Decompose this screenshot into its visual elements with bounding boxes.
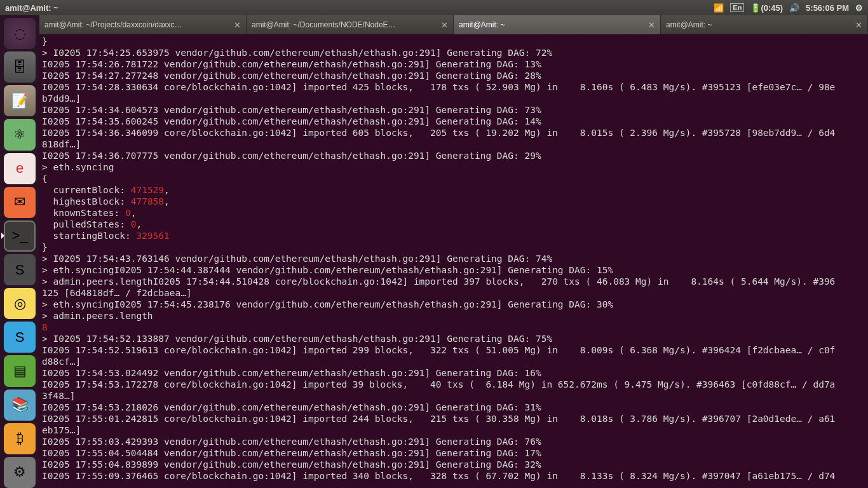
launcher-dash[interactable]: ◌ bbox=[4, 18, 36, 49]
launcher-gear[interactable]: ⚙ bbox=[4, 457, 36, 488]
close-icon[interactable]: ✕ bbox=[441, 20, 448, 30]
terminal-line: > admin.peers.length bbox=[42, 310, 865, 322]
terminal-line: I0205 17:54:36.707775 vendor/github.com/… bbox=[42, 150, 865, 161]
terminal-line: > I0205 17:54:25.653975 vendor/github.co… bbox=[42, 47, 865, 58]
launcher: ◌🗄📝⚛e✉>_S◎S▤📚₿⚙ bbox=[0, 15, 39, 488]
terminal-line: > I0205 17:54:43.763146 vendor/github.co… bbox=[42, 253, 865, 264]
terminal-line: I0205 17:54:53.024492 vendor/github.com/… bbox=[42, 367, 865, 379]
terminal-line: I0205 17:55:01.242815 core/blockchain.go… bbox=[42, 413, 865, 424]
battery-indicator[interactable]: 🔋 (0:45) bbox=[750, 3, 783, 13]
menu-bar: amit@Amit: ~ 📶 En 🔋 (0:45) 🔊 5:56:06 PM … bbox=[0, 0, 868, 15]
terminal-line: > eth.syncing bbox=[42, 161, 865, 173]
terminal-line: I0205 17:55:04.504484 vendor/github.com/… bbox=[42, 447, 865, 459]
gear-icon[interactable]: ⚙ bbox=[855, 3, 863, 13]
terminal-tab-0[interactable]: amit@Amit: ~/Projects/daxxcoin/daxxc…✕ bbox=[39, 15, 247, 34]
terminal-window: amit@Amit: ~/Projects/daxxcoin/daxxc…✕am… bbox=[39, 15, 868, 488]
launcher-bitcoin[interactable]: ₿ bbox=[4, 423, 36, 454]
close-icon[interactable]: ✕ bbox=[648, 20, 655, 30]
terminal-line: > admin.peers.lengthI0205 17:54:44.51042… bbox=[42, 276, 865, 287]
terminal-line: d88cf…] bbox=[42, 356, 865, 367]
wifi-icon[interactable]: 📶 bbox=[714, 3, 724, 13]
terminal-line: I0205 17:54:28.330634 core/blockchain.go… bbox=[42, 81, 865, 93]
terminal-tab-1[interactable]: amit@Amit: ~/Documents/NODE/NodeE…✕ bbox=[247, 15, 454, 34]
tab-bar: amit@Amit: ~/Projects/daxxcoin/daxxc…✕am… bbox=[39, 15, 868, 34]
terminal-line: startingBlock: 329561 bbox=[42, 230, 865, 241]
terminal-line: I0205 17:54:35.600245 vendor/github.com/… bbox=[42, 116, 865, 127]
terminal-tab-2[interactable]: amit@Amit: ~✕ bbox=[454, 15, 661, 34]
terminal-line: I0205 17:54:52.519613 core/blockchain.go… bbox=[42, 344, 865, 356]
terminal-line: } bbox=[42, 241, 865, 253]
terminal-line: 818df…] bbox=[42, 139, 865, 150]
tab-label: amit@Amit: ~/Projects/daxxcoin/daxxc… bbox=[44, 20, 230, 29]
close-icon[interactable]: ✕ bbox=[855, 20, 862, 30]
running-indicator-icon bbox=[1, 233, 4, 239]
terminal-line: eb175…] bbox=[42, 424, 865, 436]
terminal-line: I0205 17:54:26.781722 vendor/github.com/… bbox=[42, 58, 865, 70]
terminal-line: highestBlock: 477858, bbox=[42, 196, 865, 207]
battery-icon: 🔋 bbox=[750, 3, 761, 13]
terminal-line: > eth.syncingI0205 17:54:44.387444 vendo… bbox=[42, 264, 865, 276]
launcher-gedit[interactable]: 📝 bbox=[4, 85, 36, 116]
tab-label: amit@Amit: ~ bbox=[666, 20, 851, 29]
terminal-line: > eth.syncingI0205 17:54:45.238176 vendo… bbox=[42, 299, 865, 310]
launcher-sublime[interactable]: S bbox=[4, 254, 36, 285]
launcher-pdf[interactable]: e bbox=[4, 153, 36, 184]
launcher-chrome[interactable]: ◎ bbox=[4, 288, 36, 319]
terminal-line: I0205 17:54:36.346099 core/blockchain.go… bbox=[42, 127, 865, 139]
terminal-line: I0205 17:54:34.604573 vendor/github.com/… bbox=[42, 104, 865, 116]
terminal-output[interactable]: }> I0205 17:54:25.653975 vendor/github.c… bbox=[39, 34, 868, 488]
terminal-line: 3f48…] bbox=[42, 390, 865, 402]
tab-label: amit@Amit: ~/Documents/NODE/NodeE… bbox=[252, 20, 437, 29]
launcher-terminal[interactable]: >_ bbox=[4, 220, 36, 252]
terminal-line: I0205 17:55:04.839899 vendor/github.com/… bbox=[42, 459, 865, 470]
terminal-line: knownStates: 0, bbox=[42, 207, 865, 219]
terminal-line: 125 [6d4818df… / f2dcbaea…] bbox=[42, 287, 865, 299]
terminal-line: { bbox=[42, 173, 865, 184]
terminal-line: currentBlock: 471529, bbox=[42, 184, 865, 196]
terminal-line: I0205 17:55:09.376465 core/blockchain.go… bbox=[42, 470, 865, 482]
window-title: amit@Amit: ~ bbox=[5, 3, 714, 13]
keyboard-lang[interactable]: En bbox=[730, 3, 744, 12]
clock[interactable]: 5:56:06 PM bbox=[806, 3, 849, 13]
terminal-line: 8 bbox=[42, 322, 865, 333]
terminal-line: } bbox=[42, 36, 865, 47]
terminal-line: > I0205 17:54:52.133887 vendor/github.co… bbox=[42, 333, 865, 344]
launcher-skype[interactable]: S bbox=[4, 322, 36, 353]
terminal-line: pulledStates: 0, bbox=[42, 219, 865, 230]
terminal-line: I0205 17:54:27.277248 vendor/github.com/… bbox=[42, 70, 865, 81]
launcher-green[interactable]: ▤ bbox=[4, 355, 36, 386]
terminal-tab-3[interactable]: amit@Amit: ~✕ bbox=[661, 15, 868, 34]
terminal-line: I0205 17:55:03.429393 vendor/github.com/… bbox=[42, 436, 865, 447]
volume-icon[interactable]: 🔊 bbox=[789, 3, 799, 13]
launcher-files[interactable]: 🗄 bbox=[4, 51, 36, 83]
terminal-line: b7dd9…] bbox=[42, 93, 865, 104]
terminal-line: I0205 17:54:53.218026 vendor/github.com/… bbox=[42, 402, 865, 413]
close-icon[interactable]: ✕ bbox=[234, 20, 241, 30]
terminal-line: I0205 17:54:53.172278 core/blockchain.go… bbox=[42, 379, 865, 390]
launcher-books[interactable]: 📚 bbox=[4, 390, 36, 421]
tab-label: amit@Amit: ~ bbox=[459, 20, 644, 29]
launcher-postman[interactable]: ✉ bbox=[4, 187, 36, 218]
system-indicators: 📶 En 🔋 (0:45) 🔊 5:56:06 PM ⚙ bbox=[714, 3, 863, 13]
launcher-atom[interactable]: ⚛ bbox=[4, 119, 36, 150]
